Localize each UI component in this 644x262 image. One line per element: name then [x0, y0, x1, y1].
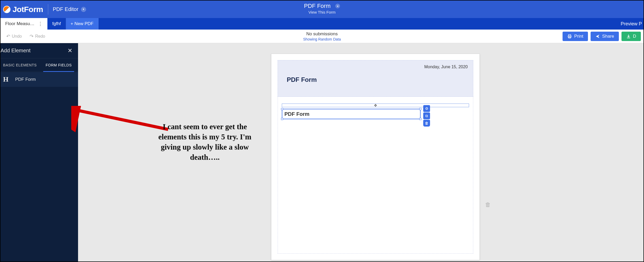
panel-title: Add Element — [1, 48, 31, 54]
header-element-icon: H — [1, 74, 11, 85]
doc-title-block: PDF Form ▾ View This Form — [304, 3, 340, 14]
new-pdf-label: + New PDF — [71, 21, 93, 26]
view-form-link[interactable]: View This Form — [304, 10, 340, 14]
element-label: PDF Form — [15, 77, 36, 82]
print-button[interactable]: Print — [563, 32, 588, 41]
tab-floor-measurement[interactable]: Floor Measu… ⋮ — [1, 18, 47, 30]
download-button[interactable]: D — [621, 32, 641, 41]
app-root: JotForm PDF Editor ▾ PDF Form ▾ View Thi… — [0, 0, 644, 262]
tab-basic-elements[interactable]: BASIC ELEMENTS — [1, 58, 39, 72]
redo-label: Redo — [35, 34, 45, 39]
element-pdf-form[interactable]: H PDF Form — [1, 72, 78, 87]
resize-handle[interactable] — [281, 108, 283, 110]
preview-label: Preview P — [621, 21, 642, 27]
selected-text-element[interactable]: PDF Form — [282, 109, 421, 119]
toolbar: ↶ Undo ↷ Redo No submissions Showing Ran… — [1, 30, 643, 43]
selected-text: PDF Form — [284, 111, 310, 117]
tab-form-fields[interactable]: FORM FIELDS — [39, 58, 78, 72]
page-header-title: PDF Form — [287, 76, 317, 83]
preview-link[interactable]: Preview P — [621, 18, 643, 30]
share-label: Share — [602, 34, 614, 39]
panel-header: Add Element ✕ — [1, 43, 78, 58]
selection-guide[interactable]: ✥ — [282, 104, 469, 107]
tabs-row: Floor Measu… ⋮ fgfhf + New PDF Preview P — [1, 18, 643, 30]
trash-icon: 🗑 — [485, 201, 491, 208]
element-delete-button[interactable]: 🗑 — [423, 120, 430, 127]
trash-icon: 🗑 — [425, 121, 428, 125]
panel-tabs: BASIC ELEMENTS FORM FIELDS — [1, 58, 78, 72]
printer-icon — [567, 34, 572, 39]
page-date: Monday, June 15, 2020 — [424, 65, 468, 69]
copy-icon: ⧉ — [425, 114, 428, 118]
add-element-panel: Add Element ✕ BASIC ELEMENTS FORM FIELDS… — [1, 43, 78, 261]
resize-handle[interactable] — [419, 118, 421, 120]
share-button[interactable]: Share — [591, 32, 619, 41]
move-handle-icon[interactable]: ✥ — [374, 103, 377, 107]
undo-label: Undo — [12, 34, 22, 39]
random-data-link[interactable]: Showing Random Data — [303, 37, 341, 41]
doc-title: PDF Form — [304, 3, 331, 9]
tab-fields-label: FORM FIELDS — [46, 63, 72, 67]
undo-button[interactable]: ↶ Undo — [3, 32, 25, 41]
pdf-page[interactable]: Monday, June 15, 2020 PDF Form ✥ PDF For… — [271, 54, 480, 260]
download-label: D — [633, 34, 636, 39]
top-header: JotForm PDF Editor ▾ PDF Form ▾ View Thi… — [1, 1, 643, 18]
product-name: PDF Editor — [53, 6, 79, 12]
redo-icon: ↷ — [30, 33, 34, 39]
chevron-down-icon: ▾ — [83, 8, 84, 11]
toolbar-right: Print Share D — [563, 32, 641, 41]
undo-icon: ↶ — [6, 33, 10, 39]
brand[interactable]: JotForm — [1, 5, 43, 14]
svg-line-4 — [74, 110, 168, 129]
delete-page-button[interactable]: 🗑 — [485, 201, 491, 208]
resize-handle[interactable] — [281, 118, 283, 120]
tab-label: Floor Measu… — [5, 21, 34, 26]
submissions-info: No submissions Showing Random Data — [303, 31, 341, 41]
selected-element-wrap: ✥ PDF Form ⚙ ⧉ 🗑 — [282, 104, 469, 119]
chevron-down-icon: ▾ — [337, 5, 338, 8]
tab-fgfhf[interactable]: fgfhf — [47, 18, 66, 30]
element-duplicate-button[interactable]: ⧉ — [423, 112, 430, 119]
resize-handle[interactable] — [419, 108, 421, 110]
divider — [48, 4, 48, 15]
editor-canvas[interactable]: Add Element ✕ BASIC ELEMENTS FORM FIELDS… — [1, 43, 643, 261]
gear-icon: ⚙ — [425, 106, 428, 111]
close-icon: ✕ — [68, 47, 72, 54]
annotation-text: I cant seem to ever get the elements thi… — [155, 122, 255, 163]
undo-redo-group: ↶ Undo ↷ Redo — [3, 32, 48, 41]
close-panel-button[interactable]: ✕ — [66, 46, 74, 56]
share-icon — [595, 34, 600, 39]
redo-button[interactable]: ↷ Redo — [26, 32, 48, 41]
print-label: Print — [574, 34, 583, 39]
page-header-block[interactable]: Monday, June 15, 2020 PDF Form — [278, 60, 473, 97]
kebab-icon[interactable]: ⋮ — [38, 21, 43, 27]
tab-label: fgfhf — [52, 21, 61, 26]
product-dropdown[interactable]: ▾ — [81, 7, 86, 12]
doc-dropdown[interactable]: ▾ — [335, 4, 340, 8]
brand-name: JotForm — [13, 5, 43, 14]
element-tools: ⚙ ⧉ 🗑 — [423, 105, 431, 127]
no-submissions-text: No submissions — [303, 31, 341, 37]
new-pdf-button[interactable]: + New PDF — [66, 18, 98, 30]
element-settings-button[interactable]: ⚙ — [423, 105, 430, 112]
tab-basic-label: BASIC ELEMENTS — [3, 63, 37, 67]
jotform-logo-icon — [3, 6, 10, 13]
download-icon — [626, 34, 631, 39]
